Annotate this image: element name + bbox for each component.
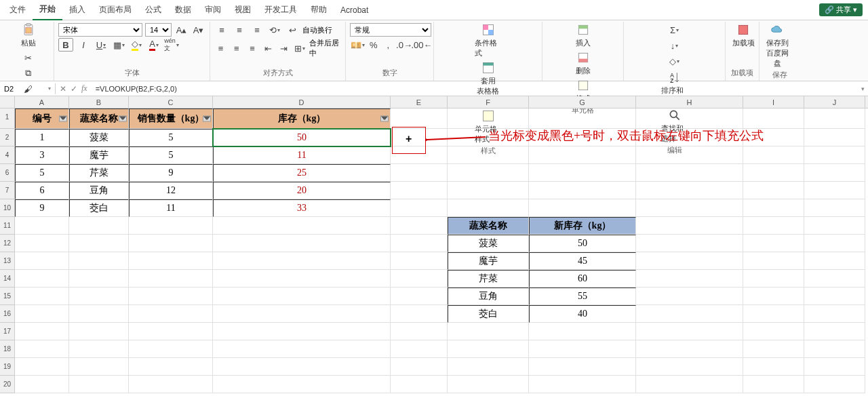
cell-F6[interactable] [448,164,529,182]
cell-A11[interactable] [15,217,69,235]
delete-cells-button[interactable]: 删除 [570,51,597,76]
cell-E2[interactable] [391,129,448,146]
cell-H2[interactable] [636,129,743,146]
row-header[interactable]: 6 [0,164,15,182]
formula-collapse-button[interactable]: ▾ [857,85,868,92]
cell-C20[interactable] [129,376,213,393]
cell-H17[interactable] [636,323,743,340]
addin-button[interactable]: 加载项 [730,23,757,48]
cell-D11[interactable] [213,217,391,235]
font-size-select[interactable]: 14 [145,23,172,37]
col-header-B[interactable]: B [69,96,129,108]
cell-F18[interactable] [448,340,529,358]
fill-button[interactable]: ↓ [667,39,682,52]
cell-G12[interactable]: 50 [529,235,636,252]
cell-J6[interactable] [804,164,865,182]
cell-E19[interactable] [391,358,448,376]
cell-F12[interactable]: 菠菜 [448,235,529,252]
paste-button[interactable]: 粘贴 [15,23,42,48]
cell-D2[interactable]: 50 [213,129,391,146]
cell-B19[interactable] [69,358,129,376]
bold-button[interactable]: B [58,38,73,52]
cell-G17[interactable] [529,323,636,340]
col-header-J[interactable]: J [804,96,865,108]
cell-B17[interactable] [69,323,129,340]
cell-D12[interactable] [213,235,391,252]
cell-I20[interactable] [743,376,804,393]
cell-F20[interactable] [448,376,529,393]
cell-G14[interactable]: 60 [529,270,636,288]
cell-J4[interactable] [804,146,865,164]
cell-J17[interactable] [804,323,865,340]
cell-A1[interactable]: 编号 [15,108,69,129]
cell-D6[interactable]: 25 [213,164,391,182]
autosum-button[interactable]: Σ [667,23,682,37]
row-header[interactable]: 2 [0,129,15,146]
cell-E11[interactable] [391,217,448,235]
cell-E10[interactable] [391,199,448,217]
cell-B13[interactable] [69,252,129,270]
cell-B6[interactable]: 芹菜 [69,164,129,182]
cell-J20[interactable] [804,376,865,393]
cell-H12[interactable] [636,235,743,252]
cell-H19[interactable] [636,358,743,376]
menu-review[interactable]: 审阅 [198,0,228,20]
cell-C6[interactable]: 9 [129,164,213,182]
cell-D19[interactable] [213,358,391,376]
cell-I4[interactable] [743,146,804,164]
fx-icon[interactable]: fx [81,83,87,94]
cell-B14[interactable] [69,270,129,288]
cell-H1[interactable] [636,108,743,129]
row-header[interactable]: 12 [0,235,15,252]
cell-F15[interactable]: 豆角 [448,288,529,305]
align-bottom-button[interactable]: ≡ [250,23,264,37]
row-header[interactable]: 15 [0,288,15,305]
cell-C17[interactable] [129,323,213,340]
align-center-button[interactable]: ≡ [230,41,243,55]
percent-button[interactable]: % [368,38,380,52]
cell-B16[interactable] [69,305,129,323]
cell-J15[interactable] [804,288,865,305]
cell-I7[interactable] [743,182,804,199]
col-header-D[interactable]: D [213,96,391,108]
decrease-font-button[interactable]: A▾ [191,23,205,37]
row-header[interactable]: 14 [0,270,15,288]
cell-C2[interactable]: 5 [129,129,213,146]
cell-J14[interactable] [804,270,865,288]
cell-A18[interactable] [15,340,69,358]
inc-decimal-button[interactable]: .0→ [397,38,412,52]
menu-layout[interactable]: 页面布局 [92,0,138,20]
cell-I19[interactable] [743,358,804,376]
menu-file[interactable]: 文件 [3,0,33,20]
cell-A4[interactable]: 3 [15,146,69,164]
cell-A10[interactable]: 9 [15,199,69,217]
cell-H13[interactable] [636,252,743,270]
cell-F13[interactable]: 魔芋 [448,252,529,270]
cell-F10[interactable] [448,199,529,217]
cell-B11[interactable] [69,217,129,235]
cell-C11[interactable] [129,217,213,235]
cell-F7[interactable] [448,182,529,199]
worksheet-grid[interactable]: A B C D E F G H I J 1编号蔬菜名称销售数量（kg）库存（kg… [0,96,868,415]
cell-H10[interactable] [636,199,743,217]
cell-F17[interactable] [448,323,529,340]
cell-E12[interactable] [391,235,448,252]
col-header-E[interactable]: E [391,96,448,108]
cell-J18[interactable] [804,340,865,358]
cell-C7[interactable]: 12 [129,182,213,199]
row-header[interactable]: 13 [0,252,15,270]
cell-I17[interactable] [743,323,804,340]
cell-A17[interactable] [15,323,69,340]
increase-font-button[interactable]: A▴ [174,23,189,37]
cell-D16[interactable] [213,305,391,323]
cell-E13[interactable] [391,252,448,270]
clear-button[interactable]: ◇ [667,54,682,68]
cell-E17[interactable] [391,323,448,340]
cell-B12[interactable] [69,235,129,252]
enter-formula-icon[interactable]: ✓ [71,84,77,94]
cell-C12[interactable] [129,235,213,252]
cell-A12[interactable] [15,235,69,252]
cell-E15[interactable] [391,288,448,305]
cell-C1[interactable]: 销售数量（kg） [129,108,213,129]
cell-B15[interactable] [69,288,129,305]
